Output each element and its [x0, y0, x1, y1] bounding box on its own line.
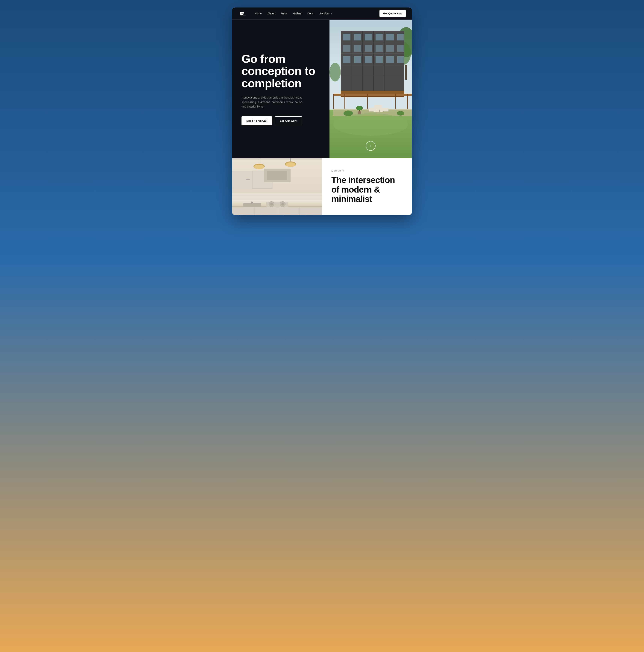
svg-point-64: [333, 113, 408, 136]
hero-buttons: Book A Free Call See Our Work: [242, 116, 320, 125]
svg-rect-46: [341, 97, 404, 97]
navbar: BEAR CONSTRUCTION Home About Press Galle…: [232, 7, 412, 20]
browser-window: BEAR CONSTRUCTION Home About Press Galle…: [232, 7, 412, 215]
nav-gallery[interactable]: Gallery: [290, 7, 304, 20]
see-work-button[interactable]: See Our Work: [275, 116, 302, 125]
hero-right: ↓: [330, 20, 412, 158]
kitchen-scene: [232, 158, 322, 215]
svg-rect-19: [373, 31, 374, 91]
below-fold-text: Meet Us At The intersection of modern & …: [322, 158, 412, 215]
svg-rect-48: [333, 94, 334, 109]
svg-point-7: [242, 14, 243, 14]
section-eyebrow: Meet Us At: [331, 169, 402, 172]
hero-section: Go from conception to completion Renovat…: [232, 20, 412, 158]
hero-title: Go from conception to completion: [242, 53, 320, 89]
svg-rect-43: [386, 56, 394, 63]
svg-rect-28: [354, 34, 361, 40]
svg-rect-81: [267, 171, 287, 180]
nav-certs[interactable]: Certs: [304, 7, 316, 20]
svg-rect-31: [386, 34, 394, 40]
svg-rect-27: [343, 34, 351, 40]
svg-rect-68: [232, 158, 322, 160]
svg-point-6: [242, 13, 243, 13]
building-illustration: [330, 20, 412, 158]
svg-rect-25: [341, 64, 404, 65]
svg-rect-44: [397, 56, 404, 63]
svg-rect-33: [343, 45, 351, 52]
svg-rect-22: [404, 31, 404, 91]
svg-rect-30: [375, 34, 383, 40]
svg-rect-18: [362, 31, 363, 91]
svg-rect-32: [397, 34, 404, 40]
svg-point-74: [286, 162, 296, 167]
svg-rect-49: [344, 94, 345, 109]
svg-rect-36: [375, 45, 383, 52]
svg-rect-93: [261, 215, 268, 215]
svg-rect-29: [365, 34, 372, 40]
hero-subtitle: Renovations and design-builds in the DMV…: [242, 96, 305, 109]
svg-rect-42: [375, 56, 383, 63]
book-call-button[interactable]: Book A Free Call: [242, 116, 272, 125]
svg-rect-37: [386, 45, 394, 52]
svg-point-5: [241, 13, 242, 13]
svg-rect-92: [239, 215, 246, 215]
svg-point-61: [356, 106, 363, 110]
section-title: The intersection of modern & minimalist: [331, 175, 402, 204]
svg-rect-101: [243, 203, 261, 207]
svg-rect-51: [395, 94, 396, 109]
nav-services[interactable]: Services: [317, 7, 336, 20]
svg-rect-13: [405, 64, 407, 80]
svg-point-71: [254, 165, 264, 169]
svg-rect-95: [306, 215, 313, 215]
svg-rect-94: [284, 215, 290, 215]
svg-rect-78: [246, 180, 250, 180]
kitchen-illustration: [232, 158, 322, 215]
svg-rect-40: [354, 56, 361, 63]
svg-point-14: [330, 63, 341, 81]
hero-left: Go from conception to completion Renovat…: [232, 20, 330, 158]
svg-rect-58: [384, 108, 389, 111]
svg-rect-39: [343, 56, 351, 63]
kitchen-image: [232, 158, 322, 215]
nav-home[interactable]: Home: [252, 7, 264, 20]
svg-rect-50: [367, 94, 368, 109]
svg-point-66: [397, 111, 404, 115]
building-scene: ↓: [330, 20, 412, 158]
svg-point-99: [270, 203, 273, 206]
scroll-indicator[interactable]: ↓: [366, 141, 375, 151]
svg-rect-16: [341, 31, 341, 91]
svg-rect-52: [408, 94, 408, 109]
svg-rect-35: [365, 45, 372, 52]
svg-point-65: [343, 110, 353, 116]
nav-about[interactable]: About: [264, 7, 277, 20]
nav-links: Home About Press Gallery Certs Services: [252, 7, 380, 20]
svg-rect-20: [384, 31, 385, 91]
scroll-arrow-icon: ↓: [370, 144, 372, 148]
svg-rect-41: [365, 56, 372, 63]
nav-logo[interactable]: BEAR CONSTRUCTION: [238, 10, 246, 17]
nav-press[interactable]: Press: [277, 7, 290, 20]
get-quote-button[interactable]: Get Quote Now: [380, 10, 406, 17]
chevron-down-icon: [330, 12, 333, 15]
svg-rect-57: [369, 108, 373, 111]
svg-rect-21: [395, 31, 395, 91]
svg-rect-17: [352, 31, 352, 91]
svg-rect-38: [397, 45, 404, 52]
svg-rect-24: [341, 53, 404, 54]
svg-text:BEAR CONSTRUCTION: BEAR CONSTRUCTION: [240, 16, 246, 16]
logo-icon: BEAR CONSTRUCTION: [238, 10, 246, 17]
svg-rect-56: [379, 110, 380, 113]
svg-point-100: [281, 203, 284, 206]
below-fold-section: Meet Us At The intersection of modern & …: [232, 158, 412, 215]
svg-rect-55: [377, 110, 377, 113]
svg-rect-60: [377, 105, 382, 109]
svg-point-102: [251, 201, 253, 203]
svg-rect-34: [354, 45, 361, 52]
